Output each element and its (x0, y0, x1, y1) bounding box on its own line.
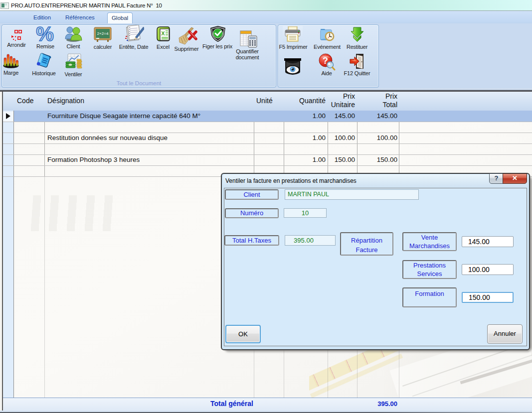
svg-text:2+2=4: 2+2=4 (97, 31, 109, 36)
svg-text:%: % (36, 24, 54, 43)
svg-text:X: X (161, 30, 165, 36)
